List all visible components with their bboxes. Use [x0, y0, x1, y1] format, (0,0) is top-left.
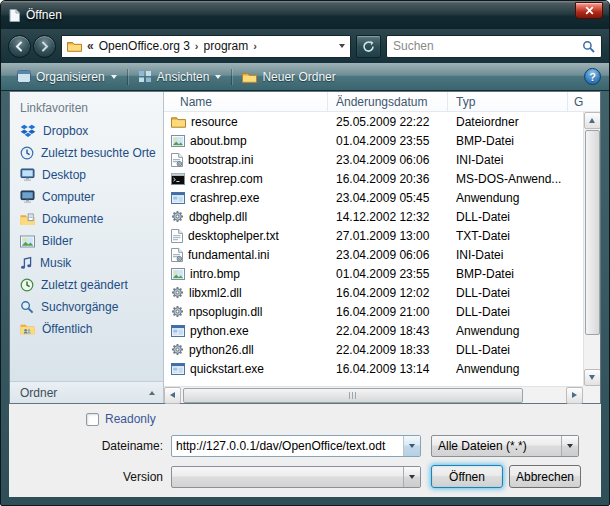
sidebar-item-label: Computer [42, 190, 95, 204]
filetype-dropdown-button[interactable] [561, 436, 578, 456]
file-date: 01.04.2009 23:55 [328, 131, 448, 150]
list-header: Name Änderungsdatum Typ G [164, 92, 600, 112]
table-row[interactable]: crashrep.com16.04.2009 20:36MS-DOS-Anwen… [164, 169, 583, 188]
breadcrumb-history-dropdown-icon[interactable] [339, 44, 345, 48]
vertical-scrollbar[interactable] [583, 112, 600, 386]
breadcrumb-overflow[interactable]: « [87, 39, 94, 53]
filename-dropdown-button[interactable] [403, 436, 420, 456]
table-row[interactable]: python.exe22.04.2009 18:43Anwendung [164, 321, 583, 340]
file-type: INI-Datei [448, 245, 568, 264]
txt-icon [171, 229, 183, 243]
new-folder-button[interactable]: Neuer Ordner [234, 67, 343, 87]
grip-icon [349, 392, 358, 399]
sidebar-item-documents[interactable]: Dokumente [10, 208, 163, 230]
toolbar-separator [231, 69, 232, 85]
folders-expander[interactable]: Ordner [10, 381, 163, 403]
file-date: 27.01.2009 13:00 [328, 226, 448, 245]
column-header-size[interactable]: G [568, 92, 600, 111]
readonly-label: Readonly [105, 412, 156, 426]
filename-input[interactable] [172, 439, 403, 453]
table-row[interactable]: npsoplugin.dll16.04.2009 21:00DLL-Datei [164, 302, 583, 321]
scroll-left-button[interactable] [164, 387, 181, 404]
filetype-select[interactable]: Alle Dateien (*.*) [431, 435, 579, 457]
scroll-down-button[interactable] [584, 369, 601, 386]
vertical-scroll-thumb[interactable] [585, 130, 600, 335]
breadcrumb-separator-icon[interactable]: › [253, 40, 257, 52]
sidebar-item-music[interactable]: Musik [10, 252, 163, 274]
table-row[interactable]: python26.dll22.04.2009 18:33DLL-Datei [164, 340, 583, 359]
search-box [386, 35, 602, 58]
filetype-value: Alle Dateien (*.*) [432, 439, 561, 453]
file-type: TXT-Datei [448, 226, 568, 245]
file-name: crashrep.com [190, 172, 263, 186]
views-button[interactable]: Ansichten [130, 67, 230, 87]
organize-icon [17, 70, 31, 83]
sidebar-item-desktop[interactable]: Desktop [10, 164, 163, 186]
dll-icon [171, 286, 184, 299]
file-name: dbghelp.dll [189, 210, 247, 224]
column-header-name[interactable]: Name [164, 92, 328, 111]
scroll-right-button[interactable] [566, 387, 583, 404]
breadcrumb-segment[interactable]: OpenOffice.org 3 [99, 39, 190, 53]
table-row[interactable]: libxml2.dll16.04.2009 12:02DLL-Datei [164, 283, 583, 302]
breadcrumb[interactable]: « OpenOffice.org 3 › program › [61, 35, 351, 58]
music-icon [20, 256, 33, 270]
table-row[interactable]: crashrep.exe23.04.2009 05:45Anwendung [164, 188, 583, 207]
column-header-type[interactable]: Typ [448, 92, 568, 111]
file-date: 25.05.2009 22:22 [328, 112, 448, 131]
table-row[interactable]: about.bmp01.04.2009 23:55BMP-Datei [164, 131, 583, 150]
file-date: 14.12.2002 12:32 [328, 207, 448, 226]
sidebar-item-computer[interactable]: Computer [10, 186, 163, 208]
sidebar-item-searches[interactable]: Suchvorgänge [10, 296, 163, 318]
sidebar-item-label: Dropbox [43, 124, 88, 138]
file-type: Anwendung [448, 359, 568, 378]
sidebar-item-public[interactable]: Öffentlich [10, 318, 163, 340]
horizontal-scrollbar[interactable] [164, 386, 583, 403]
table-row[interactable]: dbghelp.dll14.12.2002 12:32DLL-Datei [164, 207, 583, 226]
table-row[interactable]: resource25.05.2009 22:22Dateiordner [164, 112, 583, 131]
sidebar-item-label: Musik [40, 256, 71, 270]
sidebar-item-recent[interactable]: Zuletzt besuchte Orte [10, 142, 163, 164]
file-type: DLL-Datei [448, 283, 568, 302]
version-dropdown-button[interactable] [403, 467, 420, 487]
window-title: Öffnen [26, 8, 62, 22]
triangle-right-icon [572, 392, 577, 398]
table-row[interactable]: quickstart.exe16.04.2009 13:14Anwendung [164, 359, 583, 378]
file-name: desktophelper.txt [188, 229, 279, 243]
back-button[interactable] [8, 35, 31, 58]
file-list-panel: Name Änderungsdatum Typ G resource25.05.… [164, 92, 600, 403]
close-button[interactable] [575, 2, 603, 19]
dropbox-icon [20, 124, 36, 138]
sidebar: Linkfavoriten DropboxZuletzt besuchte Or… [10, 92, 164, 403]
file-type: MS-DOS-Anwend... [448, 169, 568, 188]
horizontal-scroll-thumb[interactable] [183, 388, 523, 403]
table-row[interactable]: intro.bmp01.04.2009 23:55BMP-Datei [164, 264, 583, 283]
forward-button[interactable] [33, 35, 56, 58]
column-header-date[interactable]: Änderungsdatum [328, 92, 448, 111]
table-row[interactable]: bootstrap.ini23.04.2009 06:06INI-Datei [164, 150, 583, 169]
table-row[interactable]: desktophelper.txt27.01.2009 13:00TXT-Dat… [164, 226, 583, 245]
cancel-button[interactable]: Abbrechen [509, 465, 581, 488]
organize-button[interactable]: Organisieren [9, 67, 125, 87]
open-button[interactable]: Öffnen [431, 465, 503, 488]
triangle-up-icon [589, 118, 595, 123]
sidebar-item-label: Desktop [42, 168, 86, 182]
help-button[interactable]: ? [584, 68, 601, 85]
search-icon[interactable] [582, 40, 595, 53]
table-row[interactable]: fundamental.ini23.04.2009 06:06INI-Datei [164, 245, 583, 264]
sidebar-item-changed[interactable]: Zuletzt geändert [10, 274, 163, 296]
breadcrumb-separator-icon[interactable]: › [195, 40, 199, 52]
sidebar-item-pictures[interactable]: Bilder [10, 230, 163, 252]
triangle-left-icon [170, 392, 175, 398]
scroll-up-button[interactable] [584, 112, 601, 129]
file-name: bootstrap.ini [188, 153, 253, 167]
file-type: DLL-Datei [448, 302, 568, 321]
scrollbar-corner [583, 386, 600, 403]
version-select[interactable] [171, 466, 421, 488]
sidebar-item-dropbox[interactable]: Dropbox [10, 120, 163, 142]
search-input[interactable] [393, 39, 582, 53]
readonly-checkbox[interactable] [86, 413, 99, 426]
refresh-button[interactable] [356, 35, 381, 58]
file-date: 22.04.2009 18:33 [328, 340, 448, 359]
breadcrumb-segment[interactable]: program [204, 39, 249, 53]
